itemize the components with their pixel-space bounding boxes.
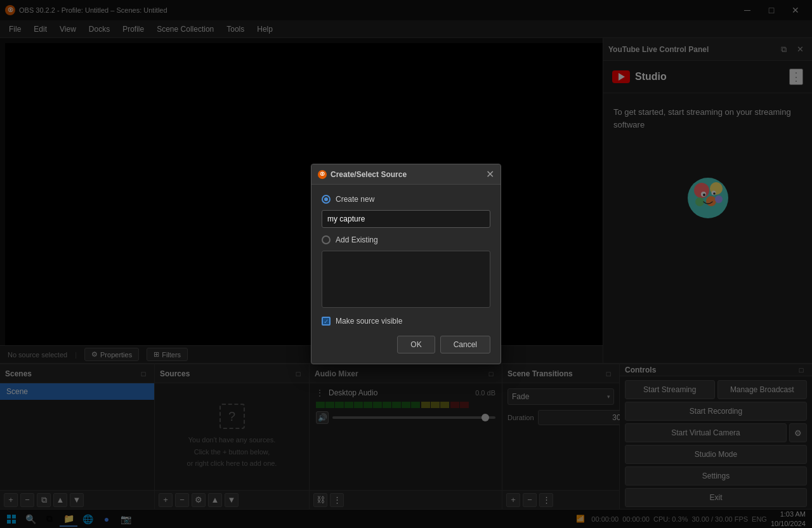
make-visible-label: Make source visible: [336, 317, 402, 326]
dialog-ok-button[interactable]: OK: [397, 336, 435, 353]
add-existing-radio-row: Add Existing: [322, 235, 490, 244]
dialog-obs-icon: ⦿: [318, 170, 327, 179]
make-visible-checkbox[interactable]: [322, 317, 331, 326]
existing-sources-list: [322, 251, 490, 308]
dialog-close-button[interactable]: ✕: [486, 168, 494, 180]
dialog-overlay: ⦿ Create/Select Source ✕ Create new Add …: [0, 0, 812, 528]
add-existing-radio[interactable]: [322, 235, 331, 244]
dialog-title: ⦿ Create/Select Source: [318, 170, 407, 179]
create-select-source-dialog: ⦿ Create/Select Source ✕ Create new Add …: [311, 164, 501, 364]
make-visible-row: Make source visible: [322, 317, 490, 326]
source-name-input[interactable]: [322, 210, 490, 228]
add-existing-label: Add Existing: [336, 235, 378, 244]
dialog-buttons: OK Cancel: [322, 336, 490, 353]
dialog-body: Create new Add Existing Make source visi…: [311, 185, 501, 364]
create-new-label: Create new: [336, 195, 374, 204]
dialog-titlebar: ⦿ Create/Select Source ✕: [311, 164, 501, 185]
create-new-radio-row: Create new: [322, 195, 490, 204]
dialog-cancel-button[interactable]: Cancel: [440, 336, 490, 353]
create-new-radio[interactable]: [322, 195, 331, 204]
